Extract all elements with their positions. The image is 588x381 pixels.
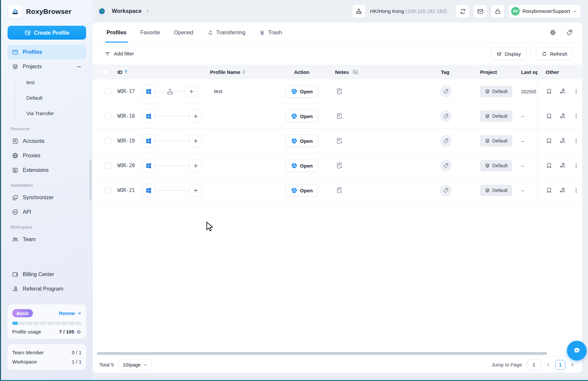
add-proxy-button[interactable] [189, 184, 202, 197]
windows-os-button[interactable] [142, 184, 155, 197]
row-checkbox[interactable] [105, 113, 111, 119]
proxy-router-button[interactable] [352, 4, 366, 18]
sync-button[interactable] [456, 4, 470, 18]
total-count: Total 5 [99, 362, 114, 367]
open-profile-button[interactable]: Open [286, 110, 318, 122]
refresh-button[interactable]: Refresh [536, 48, 573, 60]
add-proxy-button[interactable] [189, 159, 202, 172]
support-chat-button[interactable] [567, 341, 587, 361]
add-note-icon[interactable] [336, 137, 343, 144]
row-menu-icon[interactable] [573, 138, 579, 144]
bookmark-icon[interactable] [546, 162, 552, 169]
sidebar-item-accounts[interactable]: Accounts [8, 134, 86, 148]
row-menu-icon[interactable] [573, 162, 579, 169]
open-profile-button[interactable]: Open [286, 85, 318, 98]
logo-tile [8, 5, 22, 18]
open-profile-button[interactable]: Open [286, 184, 318, 197]
tab-trash[interactable]: Trash [259, 22, 282, 43]
create-profile-button[interactable]: Create Profile [8, 26, 86, 40]
tab-transferring[interactable]: Transferring [207, 22, 245, 43]
tab-profiles[interactable]: Profiles [107, 22, 127, 43]
add-note-icon[interactable] [336, 187, 343, 194]
add-note-icon[interactable] [336, 88, 343, 95]
display-button[interactable]: Display [491, 48, 526, 60]
sidebar-item-api[interactable]: API [8, 205, 86, 219]
projects-sublist: test Default Via Transfer [15, 75, 87, 121]
sidebar-item-label: Projects [23, 64, 42, 70]
windows-os-button[interactable] [142, 110, 155, 123]
usage-progress-segment [33, 322, 39, 325]
settings-gear-icon[interactable] [549, 29, 556, 36]
row-checkbox[interactable] [105, 162, 111, 169]
sidebar-item-proxies[interactable]: Proxies [8, 148, 86, 163]
transfer-profile-icon[interactable] [559, 88, 566, 95]
row-tag-button[interactable] [440, 110, 452, 122]
add-proxy-button[interactable] [185, 85, 198, 98]
row-tag-button[interactable] [440, 135, 452, 147]
sidebar-subitem-test[interactable]: test [15, 75, 87, 90]
bookmark-icon[interactable] [546, 88, 552, 95]
column-header-last-opened: Last opened [521, 69, 538, 75]
row-menu-icon[interactable] [573, 187, 579, 194]
transfer-profile-icon[interactable] [559, 162, 566, 169]
row-menu-icon[interactable] [573, 113, 579, 119]
sidebar-item-extensions[interactable]: Extensions [8, 163, 86, 177]
row-checkbox[interactable] [105, 88, 111, 95]
user-menu[interactable]: RO RoxybrowserSupport [508, 4, 581, 18]
sidebar-item-team[interactable]: Team [8, 232, 86, 247]
breadcrumb[interactable]: Workspace [96, 5, 150, 17]
prev-page-button[interactable] [546, 362, 551, 367]
trash-icon [259, 30, 265, 36]
unlock-button[interactable] [491, 4, 505, 18]
bookmark-icon[interactable] [546, 138, 552, 144]
tab-favorite[interactable]: Favorite [140, 22, 160, 43]
open-profile-button[interactable]: Open [286, 159, 318, 172]
sidebar-item-synchronizer[interactable]: Synchronizer [8, 190, 86, 205]
next-page-button[interactable] [570, 362, 575, 367]
collapse-minus-icon[interactable] [76, 64, 82, 70]
transfer-profile-icon[interactable] [559, 137, 566, 144]
sidebar-item-referral-program[interactable]: Referral Program [8, 282, 86, 296]
row-checkbox[interactable] [105, 138, 111, 144]
row-tag-button[interactable] [440, 160, 452, 172]
tab-opened[interactable]: Opened [174, 22, 193, 43]
windows-os-button[interactable] [142, 159, 155, 172]
usage-progress-segment [54, 322, 60, 325]
add-proxy-button[interactable] [189, 110, 202, 122]
sidebar-spacer [8, 247, 87, 267]
sidebar-item-projects[interactable]: Projects [8, 59, 86, 74]
info-icon[interactable] [76, 329, 81, 334]
jump-to-page-input[interactable] [527, 359, 541, 370]
transfer-profile-icon[interactable] [559, 187, 566, 194]
sort-name-icon[interactable] [242, 70, 245, 74]
renew-link[interactable]: Renew [59, 310, 81, 316]
windows-os-button[interactable] [142, 134, 155, 147]
add-note-icon[interactable] [336, 112, 343, 120]
tag-manager-icon[interactable] [566, 29, 573, 36]
sidebar-item-billing-center[interactable]: Billing Center [8, 267, 86, 282]
add-proxy-button[interactable] [189, 135, 202, 147]
row-tag-button[interactable] [440, 184, 452, 196]
sidebar-subitem-via-transfer[interactable]: Via Transfer [15, 106, 87, 121]
sidebar-subitem-default[interactable]: Default [15, 90, 87, 106]
per-page-select[interactable]: 10/page [118, 359, 152, 371]
mail-button[interactable] [473, 4, 487, 18]
select-all-checkbox[interactable] [102, 69, 108, 75]
row-checkbox[interactable] [105, 187, 111, 194]
add-filter-button[interactable]: Add filter [105, 51, 134, 57]
row-menu-icon[interactable] [573, 88, 579, 95]
eye-off-icon[interactable] [352, 69, 358, 75]
row-tag-button[interactable] [440, 85, 452, 97]
bookmark-icon[interactable] [546, 187, 552, 194]
page-number-button[interactable]: 1 [555, 360, 565, 370]
sort-id-icon[interactable] [124, 70, 127, 74]
sidebar-item-profiles[interactable]: Profiles [8, 45, 86, 59]
horizontal-scrollbar[interactable] [97, 352, 547, 355]
add-note-icon[interactable] [336, 162, 343, 169]
sidebar-item-label: Profiles [23, 49, 42, 55]
transfer-profile-icon[interactable] [559, 112, 566, 120]
bookmark-icon[interactable] [546, 113, 552, 119]
sidebar-scrollbar-thumb[interactable] [90, 159, 91, 201]
open-profile-button[interactable]: Open [286, 135, 318, 147]
windows-os-button[interactable] [142, 85, 155, 98]
